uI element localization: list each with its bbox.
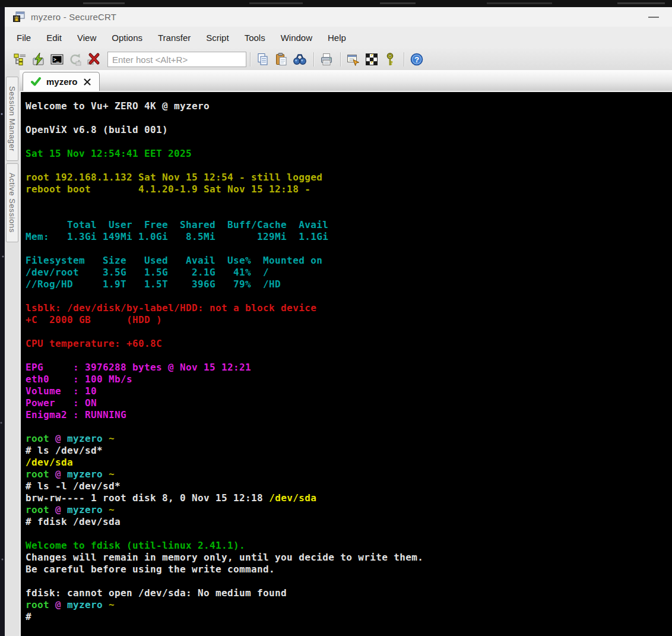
session-tab-label: myzero [46, 77, 78, 87]
content-area: Session Manager Active Sessions myzero [5, 70, 672, 636]
sidebar-tab-active-sessions[interactable]: Active Sessions [6, 163, 18, 242]
terminal-line: /dev/root 3.5G 1.5G 2.1G 41% / [26, 267, 670, 279]
terminal-text-segment: # ls /dev/sd* [26, 445, 103, 456]
terminal-line: brw-rw---- 1 root disk 8, 0 Nov 15 12:18… [26, 492, 670, 504]
terminal-text-segment: ~ [109, 599, 115, 610]
terminal-text-segment: @ [55, 433, 67, 444]
terminal-text-segment: myzero [67, 504, 109, 515]
terminal-line: CPU temperature: +60.8C [26, 338, 670, 350]
terminal-text-segment: root [26, 469, 55, 480]
help-icon[interactable]: ? [408, 51, 425, 68]
menu-help[interactable]: Help [320, 30, 354, 46]
terminal-text-segment: Sat 15 Nov 12:54:41 EET 2025 [26, 148, 192, 159]
terminal-text-segment: lsblk: /dev/disk/by-label/HDD: not a blo… [26, 302, 316, 314]
terminal-text-segment: Power : ON [26, 397, 97, 409]
terminal-line: root @ myzero ~ [26, 433, 670, 445]
terminal-line: EPG : 3976288 bytes @ Nov 15 12:21 [26, 362, 670, 374]
copy-icon[interactable] [255, 51, 271, 68]
console-window-icon[interactable]: >_ [49, 51, 65, 68]
terminal-text-segment: ~ [109, 433, 115, 444]
menu-edit[interactable]: Edit [39, 30, 69, 46]
terminal-text-segment: ~ [109, 469, 115, 480]
terminal-text-segment: reboot boot 4.1.20-1.9 Sat Nov 15 12:18 … [26, 183, 310, 195]
reconnect-icon[interactable] [67, 51, 84, 68]
menu-tools[interactable]: Tools [237, 30, 273, 46]
terminal-text-segment: @ [55, 599, 67, 610]
terminal-text-segment: # [26, 611, 31, 622]
terminal-text-segment: Filesystem Size Used Avail Use% Mounted … [26, 255, 322, 266]
terminal-line: /dev/sda [26, 457, 670, 469]
terminal-line: Sat 15 Nov 12:54:41 EET 2025 [26, 148, 670, 160]
terminal-text-segment: eth0 : 100 Mb/s [26, 374, 132, 385]
terminal-line: Enigma2 : RUNNING [26, 409, 670, 421]
terminal-line [26, 326, 670, 338]
titlebar[interactable]: myzero - SecureCRT [5, 7, 672, 27]
terminal-line: Be careful before using the write comman… [26, 564, 670, 575]
minimize-icon [648, 17, 659, 18]
terminal-screen[interactable]: Welcome to Vu+ ZERO 4K @ myzeroOpenViX v… [20, 92, 672, 636]
terminal-text-segment: +C 2000 GB (HDD ) [26, 314, 162, 325]
terminal-line [26, 350, 670, 362]
menu-script[interactable]: Script [198, 30, 236, 46]
key-agent-icon[interactable] [382, 51, 398, 68]
tab-close-icon[interactable] [83, 78, 91, 86]
terminal-line: OpenViX v6.8 (build 001) [26, 124, 670, 136]
terminal-text-segment: brw-rw---- 1 root disk 8, 0 Nov 15 12:18 [26, 492, 269, 504]
terminal-line: +C 2000 GB (HDD ) [26, 314, 670, 326]
securecrt-app-icon [12, 11, 26, 23]
terminal-line [26, 243, 670, 255]
terminal-line: Welcome to Vu+ ZERO 4K @ myzero [26, 100, 670, 112]
sidebar-dock: Session Manager Active Sessions [5, 70, 20, 636]
terminal-text-segment: Welcome to fdisk (util-linux 2.41.1). [26, 540, 245, 551]
terminal-text-segment: myzero [67, 469, 109, 480]
terminal-line [26, 136, 670, 148]
session-tabbar: myzero [20, 70, 672, 92]
terminal-text-segment: Welcome to Vu+ ZERO 4K @ myzero [26, 100, 210, 112]
terminal-line: eth0 : 100 Mb/s [26, 374, 670, 385]
terminal-text-segment: /dev/sda [269, 492, 316, 504]
disconnect-icon[interactable] [85, 51, 102, 68]
toolbar-separator [404, 52, 405, 67]
menu-file[interactable]: File [9, 30, 39, 46]
paste-icon[interactable] [273, 51, 290, 68]
terminal-line: # ls -l /dev/sd* [26, 480, 670, 492]
host-input[interactable] [107, 52, 246, 67]
terminal-line: reboot boot 4.1.20-1.9 Sat Nov 15 12:18 … [26, 183, 670, 195]
print-icon[interactable] [318, 51, 335, 68]
terminal-text-segment: CPU temperature: +60.8C [26, 338, 162, 349]
terminal-line [26, 290, 670, 302]
session-options-icon[interactable] [345, 51, 362, 68]
terminal-text-segment: # fdisk /dev/sda [26, 516, 121, 527]
screen: myzero - SecureCRT File Edit View Option… [0, 0, 672, 636]
terminal-line [26, 421, 670, 433]
terminal-text-segment: Mem: 1.3Gi 149Mi 1.0Gi 8.5Mi 129Mi 1.1Gi [26, 231, 328, 242]
menu-view[interactable]: View [69, 30, 104, 46]
terminal-line [26, 207, 670, 219]
window-title: myzero - SecureCRT [31, 12, 116, 22]
menu-options[interactable]: Options [104, 30, 150, 46]
menu-transfer[interactable]: Transfer [150, 30, 198, 46]
session-manager-icon[interactable] [12, 51, 28, 68]
terminal-text-segment: root [26, 599, 55, 610]
terminal-line: lsblk: /dev/disk/by-label/HDD: not a blo… [26, 302, 670, 314]
quick-connect-icon[interactable] [30, 51, 47, 68]
terminal-text-segment: OpenViX v6.8 (build 001) [26, 124, 168, 135]
terminal-line: Welcome to fdisk (util-linux 2.41.1). [26, 540, 670, 552]
sidebar-tab-session-manager[interactable]: Session Manager [6, 77, 18, 161]
run-script-icon[interactable] [363, 51, 380, 68]
terminal-text-segment: /dev/root 3.5G 1.5G 2.1G 41% / [26, 267, 269, 278]
connected-check-icon [31, 77, 41, 86]
terminal-line: fdisk: cannot open /dev/sda: No medium f… [26, 587, 670, 599]
terminal-text-segment: //Rog/HD 1.9T 1.5T 396G 79% /HD [26, 279, 281, 290]
terminal-line: Total User Free Shared Buff/Cache Avail [26, 219, 670, 231]
find-icon[interactable] [291, 51, 308, 68]
background-window-strip [0, 0, 672, 7]
session-tab-myzero[interactable]: myzero [23, 72, 100, 91]
desktop-background-edge [0, 7, 5, 636]
terminal-line: root 192.168.1.132 Sat Nov 15 12:54 - st… [26, 172, 670, 183]
terminal-text-segment: Changes will remain in memory only, unti… [26, 552, 423, 563]
terminal-text-segment: myzero [67, 599, 109, 610]
menu-window[interactable]: Window [273, 30, 320, 46]
terminal-line: Power : ON [26, 397, 670, 409]
minimize-button[interactable] [645, 11, 663, 24]
